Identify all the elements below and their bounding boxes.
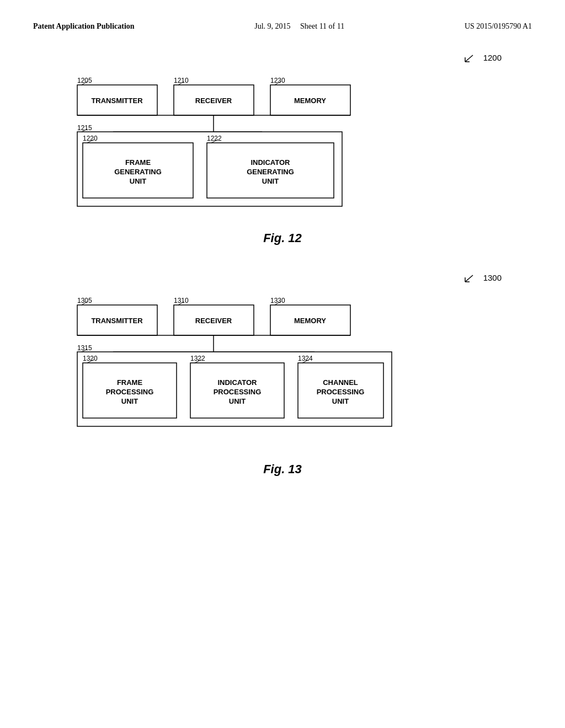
svg-line-0 bbox=[465, 55, 473, 62]
fig13-diagram: TRANSMITTER RECEIVER MEMORY 1305 1310 13… bbox=[66, 288, 408, 446]
header-right: US 2015/0195790 A1 bbox=[465, 22, 532, 31]
fig12-frame-label3: UNIT bbox=[130, 177, 146, 185]
fig12-memory-label: MEMORY bbox=[294, 97, 326, 105]
page: Patent Application Publication Jul. 9, 2… bbox=[0, 0, 565, 728]
fig13-frame-label3: UNIT bbox=[121, 397, 138, 405]
fig13-channel-label2: PROCESSING bbox=[317, 388, 365, 396]
fig13-receiver-label: RECEIVER bbox=[195, 317, 232, 325]
fig13-channel-label3: UNIT bbox=[332, 397, 349, 405]
header: Patent Application Publication Jul. 9, 2… bbox=[33, 22, 532, 31]
fig13-1315-ref: 1315 bbox=[77, 344, 92, 352]
fig12-ref-num: 1200 bbox=[483, 53, 502, 62]
fig13-section: 1300 TRANSMITTER RECEIVER MEMORY 1305 13… bbox=[33, 273, 532, 477]
fig13-ref: 1300 bbox=[463, 273, 502, 284]
fig12-indicator-label2: GENERATING bbox=[247, 168, 294, 176]
fig12-caption: Fig. 12 bbox=[33, 231, 532, 245]
fig13-indicator-label2: PROCESSING bbox=[214, 388, 262, 396]
header-date: Jul. 9, 2015 bbox=[254, 22, 290, 30]
fig12-arrow-icon bbox=[463, 53, 479, 64]
fig13-transmitter-label: TRANSMITTER bbox=[91, 317, 143, 325]
fig13-indicator-label3: UNIT bbox=[229, 397, 246, 405]
fig13-arrow-icon bbox=[463, 273, 479, 284]
fig12-frame-label1: FRAME bbox=[125, 158, 151, 167]
fig12-1215-ref: 1215 bbox=[77, 124, 92, 132]
header-sheet: Sheet 11 of 11 bbox=[300, 22, 344, 30]
fig13-ref-num: 1300 bbox=[483, 273, 502, 282]
svg-line-3 bbox=[465, 275, 473, 282]
fig12-transmitter-label: TRANSMITTER bbox=[91, 97, 143, 105]
fig12-ref: 1200 bbox=[463, 53, 502, 64]
fig12-receiver-label: RECEIVER bbox=[195, 97, 232, 105]
fig13-channel-label1: CHANNEL bbox=[323, 378, 358, 387]
fig12-section: 1200 TRANSMITTER RECEIVER MEMORY 1205 12… bbox=[33, 53, 532, 245]
fig13-frame-label2: PROCESSING bbox=[106, 388, 154, 396]
fig13-memory-label: MEMORY bbox=[294, 317, 326, 325]
fig12-indicator-label1: INDICATOR bbox=[250, 158, 290, 167]
fig13-ref-container: 1300 bbox=[33, 273, 532, 284]
fig12-ref-container: 1200 bbox=[33, 53, 532, 64]
header-left: Patent Application Publication bbox=[33, 22, 135, 31]
fig12-indicator-label3: UNIT bbox=[262, 177, 279, 185]
fig13-indicator-label1: INDICATOR bbox=[217, 378, 257, 387]
fig12-frame-label2: GENERATING bbox=[114, 168, 162, 176]
header-center: Jul. 9, 2015 Sheet 11 of 11 bbox=[254, 22, 344, 31]
fig12-diagram: TRANSMITTER RECEIVER MEMORY 1205 1210 12… bbox=[66, 68, 397, 215]
fig13-frame-label1: FRAME bbox=[117, 378, 143, 387]
fig13-caption: Fig. 13 bbox=[33, 462, 532, 477]
